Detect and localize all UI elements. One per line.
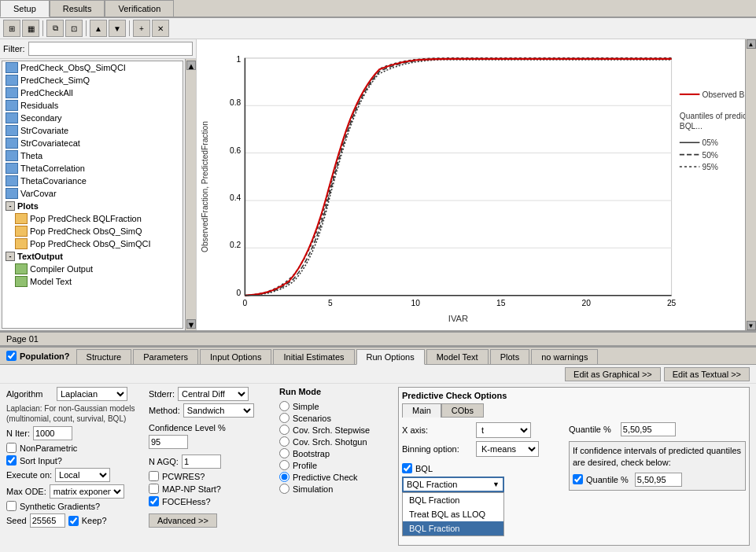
filter-input[interactable] (28, 42, 194, 56)
sortinput-checkbox[interactable] (6, 455, 17, 466)
bql-dropdown[interactable]: BQL Fraction ▼ (402, 477, 504, 492)
algorithm-select[interactable]: Laplacian (57, 387, 127, 401)
quantile-ci-checkbox-row: Quantile % (573, 473, 742, 487)
toolbar-grid2-btn[interactable]: ▦ (22, 20, 39, 37)
radio-profile-label: Profile (293, 461, 317, 470)
tab-run-options[interactable]: Run Options (356, 349, 425, 365)
tree-item-strcovariatecat[interactable]: StrCovariatecat (2, 137, 183, 149)
toolbar-add-btn[interactable]: + (133, 20, 150, 37)
tree-item-theta[interactable]: Theta (2, 149, 183, 162)
confidencelevel-input[interactable] (149, 435, 188, 449)
executeon-select[interactable]: Local (55, 468, 110, 482)
toolbar-copy2-btn[interactable]: ⊡ (65, 20, 83, 37)
svg-text:15: 15 (496, 299, 506, 307)
plots-section[interactable]: - Plots (2, 200, 183, 212)
tree-item-thetacovariance[interactable]: ThetaCovariance (2, 175, 183, 187)
quantile-ci-input[interactable] (635, 473, 682, 487)
bql-option-treat[interactable]: Treat BQL as LLOQ (403, 507, 503, 521)
radio-simple: Simple (279, 401, 393, 411)
tab-plots[interactable]: Plots (490, 349, 529, 364)
radio-profile: Profile (279, 460, 393, 470)
method-select[interactable]: Sandwich (183, 403, 254, 418)
pred-right: Quantile % If confidence intervals of pr… (569, 422, 746, 492)
edit-graphical-button[interactable]: Edit as Graphical >> (565, 367, 661, 381)
tree-item-predcheckall[interactable]: PredCheckAll (2, 86, 183, 99)
plots-label: Plots (17, 201, 39, 211)
pcwres-checkbox[interactable] (149, 471, 159, 481)
toolbar-delete-btn[interactable]: ✕ (152, 20, 169, 37)
tab-structure[interactable]: Structure (76, 349, 132, 364)
tree-item-thetacorrelation[interactable]: ThetaCorrelation (2, 162, 183, 175)
maxode-select[interactable]: matrix exponent (50, 484, 124, 499)
tree-item-plot3[interactable]: Pop PredCheck ObsQ_SimQCI (2, 237, 183, 250)
toolbar-down-btn[interactable]: ▼ (109, 20, 126, 37)
radio-cov-shotgun-input[interactable] (279, 436, 289, 447)
nonparametric-checkbox[interactable] (6, 443, 17, 453)
bql-option-fraction2[interactable]: BQL Fraction (403, 521, 503, 535)
toolbar-copy-btn[interactable]: ⧉ (46, 20, 64, 37)
tree-item-model-text[interactable]: Model Text (2, 275, 183, 288)
radio-predictive-check-label: Predictive Check (293, 473, 358, 482)
chart-scrollbar[interactable]: ▲ ▼ (745, 39, 756, 330)
focehess-checkbox[interactable] (149, 496, 159, 506)
radio-cov-stepwise-input[interactable] (279, 425, 289, 435)
radio-profile-input[interactable] (279, 460, 289, 470)
textoutput-section[interactable]: - TextOutput (2, 250, 183, 263)
chart-scroll-down[interactable]: ▼ (747, 321, 756, 330)
nagq-input[interactable] (182, 454, 221, 469)
keep-checkbox[interactable] (68, 516, 79, 526)
pred-tab-main[interactable]: Main (402, 403, 441, 418)
syntheticgradients-row: Synthetic Gradients? (6, 501, 144, 511)
tree-item-residuals[interactable]: Residuals (2, 99, 183, 112)
radio-predictive-check-input[interactable] (279, 472, 289, 482)
tree-item-strcovariate[interactable]: StrCovariate (2, 124, 183, 137)
tree-item-predcheck-obsq[interactable]: PredCheck_ObsQ_SimQCI (2, 61, 183, 74)
edit-textual-button[interactable]: Edit as Textual >> (664, 367, 750, 381)
chart-scroll-up[interactable]: ▲ (747, 39, 756, 49)
tab-no-warnings[interactable]: no warnings (531, 349, 598, 364)
tab-initial-estimates[interactable]: Initial Estimates (273, 349, 354, 364)
tab-input-options[interactable]: Input Options (200, 349, 271, 364)
stderr-select[interactable]: Central Diff (178, 387, 249, 401)
radio-scenarios-input[interactable] (279, 413, 289, 423)
binning-select[interactable]: K-means (476, 441, 539, 457)
tree-item-plot2[interactable]: Pop PredCheck ObsQ_SimQ (2, 225, 183, 237)
advanced-button[interactable]: Advanced >> (149, 513, 217, 528)
scrollbar-down[interactable]: ▼ (186, 319, 196, 329)
toolbar-up-btn[interactable]: ▲ (90, 20, 107, 37)
edit-buttons-row: Edit as Graphical >> Edit as Textual >> (0, 365, 756, 384)
tab-setup[interactable]: Setup (0, 0, 50, 17)
mapnpstart-checkbox[interactable] (149, 484, 159, 494)
scrollbar-up[interactable]: ▲ (186, 61, 196, 70)
radio-simple-input[interactable] (279, 401, 289, 411)
niter-input[interactable] (33, 426, 72, 440)
tab-model-text[interactable]: Model Text (426, 349, 489, 364)
xaxis-select[interactable]: t (476, 422, 531, 438)
tab-results[interactable]: Results (50, 0, 105, 17)
tab-parameters[interactable]: Parameters (133, 349, 198, 364)
toolbar-grid-btn[interactable]: ⊞ (3, 20, 20, 37)
tree-item-compiler-output[interactable]: Compiler Output (2, 263, 183, 275)
quantile-ci-checkbox[interactable] (573, 474, 583, 484)
population-checkbox[interactable] (6, 351, 17, 361)
tree-item-varcovar[interactable]: VarCovar (2, 187, 183, 200)
bql-option-fraction[interactable]: BQL Fraction (403, 493, 503, 507)
runmode-label: Run Mode (279, 387, 393, 396)
quantile-input[interactable] (621, 422, 676, 436)
bql-checkbox[interactable] (402, 463, 412, 473)
tree-item-predcheck-simq[interactable]: PredCheck_SimQ (2, 74, 183, 86)
radio-bootstrap: Bootstrap (279, 448, 393, 458)
tree-item-plot1[interactable]: Pop PredCheck BQLFraction (2, 212, 183, 225)
separator-2 (86, 20, 87, 36)
tab-verification[interactable]: Verification (105, 0, 174, 17)
syntheticgradients-checkbox[interactable] (6, 501, 17, 511)
bql-checkbox-row: BQL (402, 463, 559, 473)
seed-input[interactable] (30, 513, 65, 528)
radio-cov-stepwise-label: Cov. Srch. Stepwise (293, 425, 370, 435)
radio-bootstrap-input[interactable] (279, 448, 289, 458)
tree-item-secondary[interactable]: Secondary (2, 112, 183, 124)
radio-simulation-input[interactable] (279, 484, 289, 494)
pred-tab-cobs[interactable]: CObs (441, 403, 484, 418)
quantile-ci-description: If confidence intervals of predicted qua… (573, 445, 742, 469)
svg-text:50%: 50% (702, 151, 717, 160)
